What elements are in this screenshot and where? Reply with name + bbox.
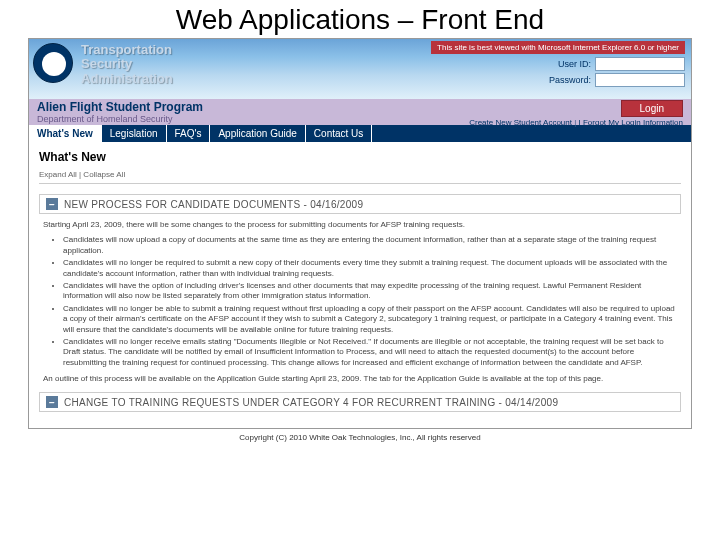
article-2-header[interactable]: − CHANGE TO TRAINING REQUESTS UNDER CATE… [39,392,681,412]
password-input[interactable] [595,73,685,87]
create-account-link[interactable]: Create New Student Account [469,118,572,127]
expand-collapse-controls: Expand All | Collapse All [39,170,681,184]
program-bar: Alien Flight Student Program Department … [29,99,691,125]
department-title: Department of Homeland Security [37,114,203,124]
article-1-title: NEW PROCESS FOR CANDIDATE DOCUMENTS - 04… [64,199,363,210]
expand-all-link[interactable]: Expand All [39,170,77,179]
article-1-bullet: Candidates will no longer receive emails… [63,337,677,368]
nav-legislation[interactable]: Legislation [102,125,167,142]
article-1-outro: An outline of this process will be avail… [43,374,677,384]
login-button[interactable]: Login [621,100,683,117]
article-1: − NEW PROCESS FOR CANDIDATE DOCUMENTS - … [39,194,681,384]
header-banner: Transportation Security Administration T… [29,39,691,99]
article-2: − CHANGE TO TRAINING REQUESTS UNDER CATE… [39,392,681,412]
article-1-body: Starting April 23, 2009, there will be s… [39,220,681,384]
article-1-bullet: Candidates will no longer be able to sub… [63,304,677,335]
article-1-bullet: Candidates will have the option of inclu… [63,281,677,302]
minus-icon: − [46,198,58,210]
article-1-intro: Starting April 23, 2009, there will be s… [43,220,677,230]
nav-application-guide[interactable]: Application Guide [210,125,305,142]
browser-compatibility-note: This site is best viewed with Microsoft … [431,41,685,54]
userid-input[interactable] [595,57,685,71]
slide-title: Web Applications – Front End [0,0,720,38]
article-1-header[interactable]: − NEW PROCESS FOR CANDIDATE DOCUMENTS - … [39,194,681,214]
program-title: Alien Flight Student Program [37,100,203,114]
nav-contact-us[interactable]: Contact Us [306,125,372,142]
article-1-bullet: Candidates will no longer be required to… [63,258,677,279]
password-label: Password: [549,75,591,85]
article-1-bullet: Candidates will now upload a copy of doc… [63,235,677,256]
app-frame: Transportation Security Administration T… [28,38,692,429]
forgot-login-link[interactable]: I Forgot My Login Information [579,118,684,127]
dhs-seal-icon [33,43,73,83]
content-area: What's New Expand All | Collapse All − N… [29,142,691,428]
agency-name: Transportation Security Administration [77,39,173,99]
nav-whats-new[interactable]: What's New [29,125,102,142]
login-form: User ID: Password: [549,57,685,89]
agency-line-1: Transportation [81,43,173,57]
collapse-all-link[interactable]: Collapse All [83,170,125,179]
agency-line-2: Security [81,57,173,71]
userid-label: User ID: [558,59,591,69]
section-title: What's New [39,150,681,164]
minus-icon: − [46,396,58,408]
copyright-footer: Copyright (C) 2010 White Oak Technologie… [0,433,720,442]
article-2-title: CHANGE TO TRAINING REQUESTS UNDER CATEGO… [64,397,558,408]
agency-line-3: Administration [81,72,173,86]
nav-faqs[interactable]: FAQ's [167,125,211,142]
nav-bar: What's New Legislation FAQ's Application… [29,125,691,142]
